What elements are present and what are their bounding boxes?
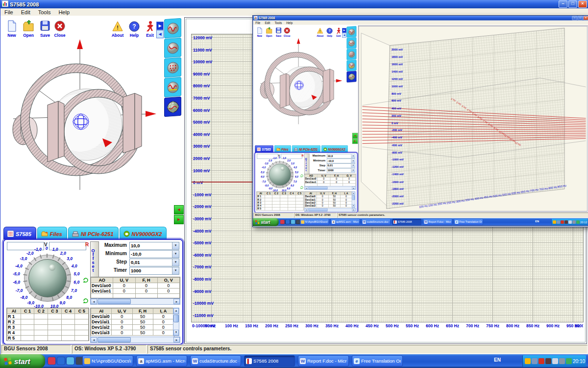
column-header[interactable]: C 1	[21, 309, 34, 314]
table-row[interactable]: R 3	[7, 325, 89, 330]
network-tray-icon[interactable]	[557, 220, 560, 224]
table-row[interactable]: R 4	[7, 330, 89, 336]
table-row[interactable]	[91, 294, 180, 299]
chevron-down-icon[interactable]: ▼	[351, 159, 355, 163]
column-header[interactable]: F, H	[132, 309, 153, 314]
chart-area[interactable]: 2000 mV1800 mV1600 mV1400 mV1200 mV1000 …	[358, 26, 588, 212]
scroll-left-arrow[interactable]: ◄	[91, 337, 97, 342]
waterfall-3d-chart[interactable]: 2000 mV1800 mV1600 mV1400 mV1200 mV1000 …	[358, 26, 587, 211]
channel-matrix-table[interactable]: AIC 1C 2C 3C 4C 5R 1R 2R 3R 4R 5	[7, 308, 89, 341]
column-header[interactable]: C 4	[61, 309, 75, 314]
refresh-ao-icon[interactable]	[300, 174, 303, 177]
minimize-button[interactable]: –	[572, 16, 577, 21]
ao-horizontal-scrollbar[interactable]: ◄ ►	[304, 186, 356, 189]
tab-nv9000gx2[interactable]: NV9000GX2	[120, 227, 167, 239]
table-row[interactable]: R 5	[7, 336, 89, 341]
column-header[interactable]: AO	[91, 278, 113, 283]
table-row[interactable]: Dev1/ao0000	[91, 283, 180, 289]
minimum-combo[interactable]: -10,0▼	[129, 250, 179, 258]
tab-files[interactable]: Files	[37, 227, 67, 239]
volume-tray-icon[interactable]	[568, 220, 572, 224]
table-row[interactable]: R 5	[257, 208, 303, 210]
scroll-thumb[interactable]	[309, 209, 328, 211]
error-tray-icon[interactable]	[539, 358, 544, 364]
taskbar-task[interactable]: WcudaStructure.doc - ...	[362, 219, 391, 225]
chevron-down-icon[interactable]: ▼	[172, 242, 179, 249]
nav-right-button[interactable]: ►	[352, 138, 358, 144]
chevron-down-icon[interactable]: ▼	[172, 267, 179, 274]
scroll-down-arrow[interactable]: ▼	[352, 204, 355, 208]
scroll-track[interactable]	[97, 337, 173, 342]
messenger-quick-icon[interactable]	[291, 220, 295, 224]
messenger-tray-icon[interactable]	[525, 358, 531, 364]
scroll-track[interactable]	[173, 314, 179, 330]
ao-table[interactable]: AOU, VF, HO, VDev1/ao0000Dev1/ao1000	[305, 174, 356, 186]
column-header[interactable]: U, V	[112, 309, 132, 314]
scroll-left-arrow[interactable]: ◄	[91, 299, 97, 304]
messenger-tray-icon[interactable]	[553, 220, 556, 224]
menu-help[interactable]: Help	[284, 21, 295, 25]
ai-table[interactable]: AIU, VF, HI, ADev1/ai00500Dev1/ai10500De…	[305, 192, 352, 208]
volume-tray-icon[interactable]	[552, 358, 558, 364]
step-combo[interactable]: 0,01▼	[129, 259, 179, 266]
tab-ni-pcie-6251[interactable]: NI PCIe-6251	[292, 145, 320, 153]
table-row[interactable]: Dev1/ai10500	[91, 319, 174, 325]
nav-left-button[interactable]: ◄	[352, 133, 358, 138]
ai-table[interactable]: AIU, VF, HI, ADev1/ai00500Dev1/ai10500De…	[91, 308, 174, 336]
clock[interactable]: 20:12	[580, 220, 587, 223]
taskbar-task[interactable]: ▌S7585 2008	[392, 219, 421, 225]
play-forward-button[interactable]: ▶	[156, 22, 164, 30]
column-header[interactable]: C 2	[34, 309, 48, 314]
title-bar[interactable]: S7585 2008 – □ ×	[0, 0, 588, 8]
media-player-quick-icon[interactable]	[48, 357, 55, 365]
media-player-quick-icon[interactable]	[280, 220, 285, 224]
scroll-track[interactable]	[308, 209, 352, 211]
scroll-thumb[interactable]	[98, 299, 131, 304]
scroll-left-arrow[interactable]: ◄	[305, 186, 308, 189]
taskbar-task[interactable]: WReport F.doc - Micros...	[423, 219, 452, 225]
refresh-ao-icon[interactable]	[83, 277, 88, 283]
ao-table[interactable]: AOU, VF, HO, VDev1/ao0000Dev1/ao1000	[91, 277, 180, 298]
scroll-right-arrow[interactable]: ►	[352, 209, 355, 211]
column-header[interactable]: I, A	[153, 309, 173, 314]
scroll-down-arrow[interactable]: ▼	[173, 330, 179, 336]
refresh-ao2-icon[interactable]	[83, 298, 88, 303]
taskbar-task[interactable]: WcudaStructure.doc - ...	[190, 355, 241, 367]
tab-ni-pcie-6251[interactable]: NI PCIe-6251	[68, 227, 119, 239]
start-button[interactable]: start	[253, 218, 279, 226]
ai-vertical-scrollbar[interactable]: ▲ ▼	[173, 308, 179, 336]
menu-help[interactable]: Help	[54, 9, 74, 15]
scroll-thumb[interactable]	[98, 337, 131, 342]
close-button[interactable]: ×	[583, 16, 588, 21]
taskbar-task[interactable]: eFree Translation Onli...	[352, 355, 403, 367]
table-row[interactable]: Dev1/ao1000	[91, 289, 180, 294]
usb-tray-icon[interactable]	[572, 220, 576, 224]
antivirus-tray-icon[interactable]	[564, 220, 568, 224]
ai-horizontal-scrollbar[interactable]: ◄ ►	[304, 208, 356, 211]
scroll-track[interactable]	[308, 186, 352, 189]
menu-file[interactable]: File	[253, 21, 263, 25]
table-row[interactable]: Dev1/ai30500	[305, 204, 352, 207]
nav-right-button[interactable]: ►	[174, 215, 184, 224]
scroll-track[interactable]	[352, 195, 355, 204]
language-indicator[interactable]: EN	[494, 357, 501, 363]
start-button[interactable]: start	[0, 354, 45, 368]
taskbar-task[interactable]: aapMSG.asm - Microso...	[331, 219, 360, 225]
scroll-track[interactable]	[97, 299, 173, 304]
offset-button[interactable]: Offset	[90, 241, 99, 279]
column-header[interactable]: AI	[7, 309, 21, 314]
taskbar-task[interactable]: aapMSG.asm - Microso...	[136, 355, 187, 367]
error-tray-icon[interactable]	[561, 220, 564, 224]
maximum-combo[interactable]: 10,0▼	[327, 154, 355, 158]
taskbar-task[interactable]: WReport F.doc - Micros...	[298, 355, 349, 367]
table-row[interactable]: R 2	[7, 319, 89, 325]
ie-quick-icon[interactable]	[57, 357, 65, 365]
menu-tools[interactable]: Tools	[272, 21, 284, 25]
scroll-right-arrow[interactable]: ►	[173, 337, 180, 342]
tab-s7585[interactable]: S7585	[3, 227, 36, 239]
taskbar-task[interactable]: N:\AproBGU\Docs\R...	[300, 219, 329, 225]
antivirus-tray-icon[interactable]	[545, 358, 551, 364]
table-row[interactable]: Dev1/ai00500	[91, 314, 174, 319]
scroll-up-arrow[interactable]: ▲	[173, 308, 179, 314]
chevron-down-icon[interactable]: ▼	[351, 154, 355, 158]
